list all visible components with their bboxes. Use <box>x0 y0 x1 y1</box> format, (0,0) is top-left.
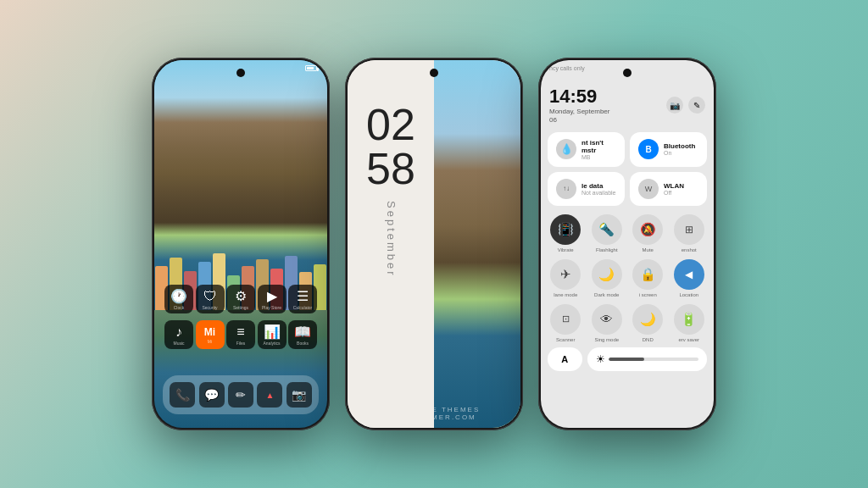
files-icon: ≡ <box>236 324 244 340</box>
dock-maps[interactable]: ▲ <box>257 382 282 408</box>
lock-time-panel: 02 58 September <box>348 60 434 428</box>
security-icon: 🛡 <box>203 289 217 304</box>
flashlight-icon: 🔦 <box>592 214 622 245</box>
cc-quick-tiles: 💧 nt isn't mstr MB B Bluetooth On ↑↓ <box>541 129 714 209</box>
cc-a-button[interactable]: A <box>548 347 582 371</box>
cc-bluetooth-sub: On <box>664 150 695 156</box>
cc-tile-bluetooth[interactable]: B Bluetooth On <box>630 132 707 167</box>
batterysaver-icon: 🔋 <box>674 304 704 335</box>
wallpaper-scene <box>154 60 327 310</box>
phone-2: 02 58 September <box>345 58 523 430</box>
cc-location-btn[interactable]: ◀ Location <box>671 259 708 297</box>
cc-header: 14:59 Monday, September 06 📷 ✎ <box>541 74 714 129</box>
cc-vibrate-btn[interactable]: 📳 Vibrate <box>548 214 584 252</box>
cc-mobile-text: le data Not available <box>581 182 615 196</box>
cc-tile-data[interactable]: 💧 nt isn't mstr MB <box>548 132 625 167</box>
cc-mobile-icon: ↑↓ <box>556 179 576 199</box>
dnd-icon: 🌙 <box>632 304 663 335</box>
books-label: Books <box>297 341 309 346</box>
readingmode-icon: 👁 <box>592 304 622 335</box>
status-bar-1 <box>305 65 317 71</box>
darkmode-icon: 🌙 <box>592 259 622 290</box>
airplane-icon: ✈ <box>550 259 581 290</box>
cc-flashlight-btn[interactable]: 🔦 Flashlight <box>589 214 626 252</box>
settings-label: Settings <box>233 305 248 310</box>
playstore-icon: ▶ <box>267 288 277 304</box>
cc-bluetooth-icon: B <box>638 139 659 159</box>
app-settings[interactable]: ⚙ Settings <box>226 285 255 313</box>
lockscreen-label: i screen <box>639 292 657 297</box>
app-playstore[interactable]: ▶ Play Store <box>258 285 287 313</box>
files-label: Files <box>236 341 246 346</box>
vibrate-icon: 📳 <box>550 214 581 245</box>
cc-mobile-sub: Not available <box>581 190 615 196</box>
cc-date-line2: 06 <box>549 116 609 125</box>
lock-month: September <box>385 201 398 278</box>
battery-icon <box>305 65 317 71</box>
music-icon: ♪ <box>175 324 182 340</box>
batterysaver-label: erv saver <box>678 337 699 342</box>
app-row-1: 🕐 Clock 🛡 Security ⚙ Settings ▶ Play Sto… <box>164 285 317 313</box>
cc-lockscreen-btn[interactable]: 🔒 i screen <box>630 259 666 297</box>
cc-data-icon: 💧 <box>556 139 576 159</box>
mute-icon: 🔕 <box>632 214 663 245</box>
cc-wlan-text: WLAN Off <box>664 182 684 196</box>
lock-screen-bg: 02 58 September <box>348 60 520 428</box>
dock-phone[interactable]: 📞 <box>170 382 195 408</box>
clock-icon: 🕐 <box>170 288 187 304</box>
brightness-fill <box>609 358 645 361</box>
cc-bluetooth-text: Bluetooth On <box>664 142 695 156</box>
dock-camera[interactable]: 📷 <box>287 382 312 408</box>
cc-camera-header-icon[interactable]: 📷 <box>666 97 683 114</box>
calculator-label: Calculator <box>293 305 313 310</box>
cc-screenshot-btn[interactable]: ⊞ enshot <box>671 214 708 252</box>
cc-tile-wlan[interactable]: W WLAN Off <box>630 172 707 206</box>
mi-label: Mi <box>208 339 212 344</box>
cc-icons-row-1: 📳 Vibrate 🔦 Flashlight 🔕 Mute ⊞ enshot <box>541 209 714 254</box>
app-clock[interactable]: 🕐 Clock <box>164 285 193 313</box>
app-files[interactable]: ≡ Files <box>226 320 255 349</box>
app-calculator[interactable]: ☰ Calculator <box>288 285 317 313</box>
cc-tile-mobile[interactable]: ↑↓ le data Not available <box>548 172 625 206</box>
location-icon: ◀ <box>674 259 704 290</box>
lock-wallpaper-panel <box>434 60 520 428</box>
cc-dnd-btn[interactable]: 🌙 DND <box>630 304 666 342</box>
phone-1: 14:58 5# Mon <box>152 58 330 430</box>
cc-batterysaver-btn[interactable]: 🔋 erv saver <box>671 304 708 342</box>
screenshot-label: enshot <box>682 247 697 252</box>
calculator-icon: ☰ <box>297 288 309 304</box>
cc-bottom-controls: A ☀ <box>541 344 714 374</box>
cc-darkmode-btn[interactable]: 🌙 Dark mode <box>589 259 626 297</box>
dock-notes[interactable]: ✏ <box>228 382 253 408</box>
camera-punch-hole <box>236 69 245 77</box>
cc-scanner-btn[interactable]: ⊡ Scanner <box>548 304 584 342</box>
brightness-bar <box>609 358 699 361</box>
brightness-sun-icon: ☀ <box>596 353 605 365</box>
analytics-label: Analytics <box>263 341 280 346</box>
app-row-2: ♪ Music Mi Mi ≡ Files 📊 Analytics <box>164 320 317 349</box>
cc-airplane-btn[interactable]: ✈ lane mode <box>548 259 584 297</box>
screenshot-icon: ⊞ <box>674 214 704 245</box>
app-mi[interactable]: Mi Mi <box>196 320 225 349</box>
security-label: Security <box>202 305 217 310</box>
cc-readingmode-btn[interactable]: 👁 Sing mode <box>589 304 626 342</box>
app-security[interactable]: 🛡 Security <box>196 285 225 313</box>
cc-data-title: nt isn't mstr <box>581 139 616 154</box>
analytics-icon: 📊 <box>264 324 281 340</box>
flashlight-label: Flashlight <box>596 247 618 252</box>
cc-edit-header-icon[interactable]: ✎ <box>688 97 705 114</box>
dock-messages[interactable]: 💬 <box>199 382 225 408</box>
cc-brightness-slider[interactable]: ☀ <box>587 347 708 371</box>
app-music[interactable]: ♪ Music <box>164 320 193 349</box>
app-analytics[interactable]: 📊 Analytics <box>258 320 287 349</box>
mute-label: Mute <box>643 247 654 252</box>
music-label: Music <box>173 341 184 346</box>
camera-punch-hole-2 <box>430 69 438 77</box>
cc-a-label: A <box>561 354 568 364</box>
settings-icon: ⚙ <box>235 288 247 304</box>
camera-punch-hole-3 <box>623 69 632 77</box>
app-books[interactable]: 📖 Books <box>288 320 317 349</box>
scanner-icon: ⊡ <box>550 304 581 335</box>
cc-mute-btn[interactable]: 🔕 Mute <box>630 214 666 252</box>
scanner-label: Scanner <box>556 337 575 342</box>
